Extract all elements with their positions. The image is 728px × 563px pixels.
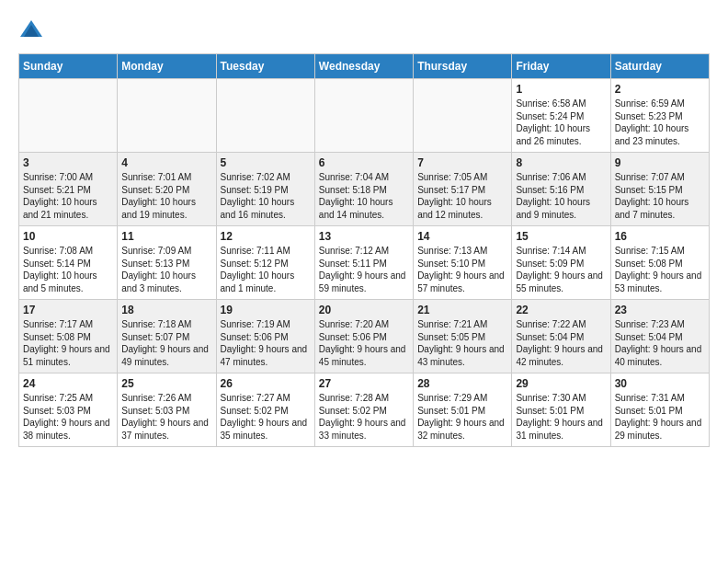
calendar-cell: 18Sunrise: 7:18 AMSunset: 5:07 PMDayligh… — [118, 300, 216, 373]
calendar-header-row: SundayMondayTuesdayWednesdayThursdayFrid… — [19, 54, 710, 79]
calendar-cell: 7Sunrise: 7:05 AMSunset: 5:17 PMDaylight… — [414, 153, 512, 226]
day-number: 17 — [23, 304, 113, 316]
day-number: 14 — [417, 230, 507, 243]
day-info: Sunrise: 7:05 AMSunset: 5:17 PMDaylight:… — [417, 171, 507, 221]
header — [18, 18, 710, 44]
day-number: 7 — [417, 156, 507, 169]
day-info: Sunrise: 7:19 AMSunset: 5:06 PMDaylight:… — [221, 318, 311, 368]
day-number: 24 — [23, 377, 113, 390]
day-info: Sunrise: 7:14 AMSunset: 5:09 PMDaylight:… — [516, 245, 606, 294]
day-info: Sunrise: 7:00 AMSunset: 5:21 PMDaylight:… — [23, 171, 113, 221]
day-info: Sunrise: 7:15 AMSunset: 5:08 PMDaylight:… — [615, 245, 705, 294]
day-number: 19 — [221, 304, 311, 316]
calendar-cell: 2Sunrise: 6:59 AMSunset: 5:23 PMDaylight… — [610, 79, 709, 153]
day-number: 6 — [319, 156, 409, 169]
day-info: Sunrise: 7:26 AMSunset: 5:03 PMDaylight:… — [121, 392, 211, 442]
day-info: Sunrise: 7:17 AMSunset: 5:08 PMDaylight:… — [23, 318, 113, 368]
calendar-cell: 12Sunrise: 7:11 AMSunset: 5:12 PMDayligh… — [216, 226, 314, 300]
calendar-cell: 19Sunrise: 7:19 AMSunset: 5:06 PMDayligh… — [216, 300, 314, 373]
calendar-cell: 6Sunrise: 7:04 AMSunset: 5:18 PMDaylight… — [314, 153, 413, 226]
calendar-cell: 24Sunrise: 7:25 AMSunset: 5:03 PMDayligh… — [19, 373, 118, 447]
calendar-cell: 21Sunrise: 7:21 AMSunset: 5:05 PMDayligh… — [414, 300, 512, 373]
calendar-week-row: 3Sunrise: 7:00 AMSunset: 5:21 PMDaylight… — [19, 153, 710, 226]
day-number: 1 — [516, 83, 606, 96]
day-info: Sunrise: 7:25 AMSunset: 5:03 PMDaylight:… — [23, 392, 113, 442]
day-info: Sunrise: 7:09 AMSunset: 5:13 PMDaylight:… — [121, 245, 211, 294]
day-number: 16 — [615, 230, 705, 243]
day-info: Sunrise: 7:23 AMSunset: 5:04 PMDaylight:… — [615, 318, 705, 368]
page: SundayMondayTuesdayWednesdayThursdayFrid… — [0, 0, 728, 456]
calendar-cell: 15Sunrise: 7:14 AMSunset: 5:09 PMDayligh… — [512, 226, 610, 300]
day-number: 29 — [516, 377, 606, 390]
calendar-cell — [314, 79, 413, 153]
day-info: Sunrise: 6:59 AMSunset: 5:23 PMDaylight:… — [615, 98, 705, 147]
day-number: 3 — [23, 156, 113, 169]
calendar-cell: 17Sunrise: 7:17 AMSunset: 5:08 PMDayligh… — [19, 300, 118, 373]
logo — [18, 18, 48, 44]
day-number: 27 — [319, 377, 409, 390]
day-info: Sunrise: 7:01 AMSunset: 5:20 PMDaylight:… — [121, 171, 211, 221]
day-info: Sunrise: 7:20 AMSunset: 5:06 PMDaylight:… — [319, 318, 409, 368]
day-number: 30 — [615, 377, 705, 390]
calendar-cell: 22Sunrise: 7:22 AMSunset: 5:04 PMDayligh… — [512, 300, 610, 373]
calendar-week-row: 1Sunrise: 6:58 AMSunset: 5:24 PMDaylight… — [19, 79, 710, 153]
calendar-cell — [19, 79, 118, 153]
day-number: 11 — [121, 230, 211, 243]
calendar-cell: 9Sunrise: 7:07 AMSunset: 5:15 PMDaylight… — [610, 153, 709, 226]
day-info: Sunrise: 7:21 AMSunset: 5:05 PMDaylight:… — [417, 318, 507, 368]
day-number: 25 — [121, 377, 211, 390]
day-number: 22 — [516, 304, 606, 316]
calendar-header-friday: Friday — [512, 54, 610, 79]
calendar-header-sunday: Sunday — [19, 54, 118, 79]
calendar-header-saturday: Saturday — [610, 54, 709, 79]
day-info: Sunrise: 7:22 AMSunset: 5:04 PMDaylight:… — [516, 318, 606, 368]
calendar-cell: 10Sunrise: 7:08 AMSunset: 5:14 PMDayligh… — [19, 226, 118, 300]
day-number: 23 — [615, 304, 705, 316]
day-info: Sunrise: 7:04 AMSunset: 5:18 PMDaylight:… — [319, 171, 409, 221]
day-number: 5 — [221, 156, 311, 169]
day-info: Sunrise: 7:02 AMSunset: 5:19 PMDaylight:… — [221, 171, 311, 221]
calendar-cell — [118, 79, 216, 153]
day-info: Sunrise: 6:58 AMSunset: 5:24 PMDaylight:… — [516, 98, 606, 147]
calendar-cell: 30Sunrise: 7:31 AMSunset: 5:01 PMDayligh… — [610, 373, 709, 447]
day-info: Sunrise: 7:27 AMSunset: 5:02 PMDaylight:… — [221, 392, 311, 442]
calendar-header-tuesday: Tuesday — [216, 54, 314, 79]
calendar-cell: 5Sunrise: 7:02 AMSunset: 5:19 PMDaylight… — [216, 153, 314, 226]
calendar-cell: 3Sunrise: 7:00 AMSunset: 5:21 PMDaylight… — [19, 153, 118, 226]
calendar-week-row: 10Sunrise: 7:08 AMSunset: 5:14 PMDayligh… — [19, 226, 710, 300]
day-info: Sunrise: 7:18 AMSunset: 5:07 PMDaylight:… — [121, 318, 211, 368]
calendar-cell: 14Sunrise: 7:13 AMSunset: 5:10 PMDayligh… — [414, 226, 512, 300]
calendar-cell: 25Sunrise: 7:26 AMSunset: 5:03 PMDayligh… — [118, 373, 216, 447]
day-number: 18 — [121, 304, 211, 316]
calendar-cell: 8Sunrise: 7:06 AMSunset: 5:16 PMDaylight… — [512, 153, 610, 226]
day-number: 8 — [516, 156, 606, 169]
day-info: Sunrise: 7:31 AMSunset: 5:01 PMDaylight:… — [615, 392, 705, 442]
calendar-cell: 27Sunrise: 7:28 AMSunset: 5:02 PMDayligh… — [314, 373, 413, 447]
day-info: Sunrise: 7:12 AMSunset: 5:11 PMDaylight:… — [319, 245, 409, 294]
calendar-header-monday: Monday — [118, 54, 216, 79]
day-info: Sunrise: 7:08 AMSunset: 5:14 PMDaylight:… — [23, 245, 113, 294]
calendar-cell: 11Sunrise: 7:09 AMSunset: 5:13 PMDayligh… — [118, 226, 216, 300]
day-info: Sunrise: 7:06 AMSunset: 5:16 PMDaylight:… — [516, 171, 606, 221]
day-number: 20 — [319, 304, 409, 316]
day-info: Sunrise: 7:11 AMSunset: 5:12 PMDaylight:… — [221, 245, 311, 294]
calendar-cell: 20Sunrise: 7:20 AMSunset: 5:06 PMDayligh… — [314, 300, 413, 373]
day-number: 26 — [221, 377, 311, 390]
calendar-cell: 26Sunrise: 7:27 AMSunset: 5:02 PMDayligh… — [216, 373, 314, 447]
day-number: 10 — [23, 230, 113, 243]
calendar-header-thursday: Thursday — [414, 54, 512, 79]
calendar-table: SundayMondayTuesdayWednesdayThursdayFrid… — [18, 53, 710, 447]
calendar-cell: 29Sunrise: 7:30 AMSunset: 5:01 PMDayligh… — [512, 373, 610, 447]
calendar-cell: 28Sunrise: 7:29 AMSunset: 5:01 PMDayligh… — [414, 373, 512, 447]
calendar-week-row: 17Sunrise: 7:17 AMSunset: 5:08 PMDayligh… — [19, 300, 710, 373]
day-number: 2 — [615, 83, 705, 96]
day-info: Sunrise: 7:29 AMSunset: 5:01 PMDaylight:… — [417, 392, 507, 442]
day-number: 13 — [319, 230, 409, 243]
calendar-cell: 16Sunrise: 7:15 AMSunset: 5:08 PMDayligh… — [610, 226, 709, 300]
calendar-cell: 13Sunrise: 7:12 AMSunset: 5:11 PMDayligh… — [314, 226, 413, 300]
day-number: 9 — [615, 156, 705, 169]
day-info: Sunrise: 7:13 AMSunset: 5:10 PMDaylight:… — [417, 245, 507, 294]
logo-icon — [18, 18, 44, 44]
day-number: 15 — [516, 230, 606, 243]
calendar-week-row: 24Sunrise: 7:25 AMSunset: 5:03 PMDayligh… — [19, 373, 710, 447]
